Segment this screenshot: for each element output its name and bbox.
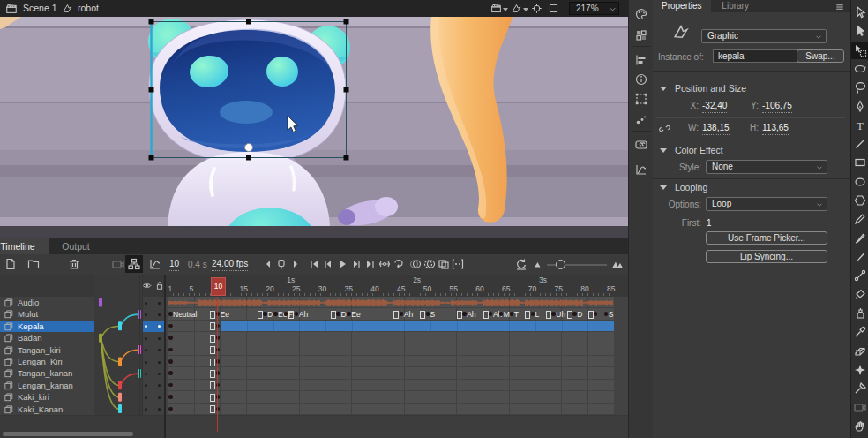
tab-timeline[interactable]: Timeline <box>0 238 49 254</box>
step-forward-button[interactable] <box>349 257 363 271</box>
camera-tool[interactable] <box>853 400 867 414</box>
visibility-dot-Audio[interactable] <box>145 302 147 305</box>
pencil-tool[interactable] <box>853 212 867 226</box>
brushes-panel-icon[interactable] <box>634 113 648 127</box>
keyframe-D[interactable] <box>336 312 340 316</box>
tab-library[interactable]: Library <box>713 0 758 12</box>
selection-tool[interactable] <box>853 5 867 19</box>
blank-keyframe-marker[interactable] <box>483 311 489 319</box>
style-dropdown[interactable]: None <box>706 160 827 174</box>
stage-canvas[interactable] <box>0 17 628 238</box>
step-back-frame-button[interactable] <box>261 257 275 271</box>
zoom-in-timeline-button[interactable] <box>610 257 625 271</box>
modify-markers-button[interactable] <box>451 257 465 271</box>
frames-row-Lengan_kanan[interactable] <box>166 380 628 392</box>
paint-brush-tool[interactable] <box>853 231 867 245</box>
keyframe-Ee[interactable] <box>347 312 351 316</box>
frame-rate-value[interactable]: 24.00 fps <box>212 258 248 271</box>
blank-keyframe-marker[interactable] <box>210 370 215 378</box>
go-to-first-frame-button[interactable] <box>307 257 321 271</box>
subselection-tool[interactable] <box>853 24 867 38</box>
playhead-marker[interactable]: 10 <box>211 277 226 296</box>
lasso-tool[interactable] <box>853 80 867 94</box>
blank-keyframe-marker[interactable] <box>210 346 215 354</box>
keyframe-dot[interactable] <box>168 336 173 340</box>
edit-symbols-icon[interactable] <box>511 3 522 14</box>
clip-outside-stage-icon[interactable] <box>548 3 559 14</box>
keyframe-Uh[interactable] <box>551 312 556 316</box>
frame-ruler[interactable]: 151520253035404550556065707580851s2s3s <box>166 275 628 298</box>
polystar-tool[interactable] <box>853 193 867 208</box>
keyframe-dot[interactable] <box>168 407 173 412</box>
keyframe-dot[interactable] <box>168 359 173 364</box>
eraser-tool[interactable] <box>853 344 867 358</box>
edit-symbols-caret[interactable] <box>523 8 528 11</box>
keyframe-S[interactable] <box>426 312 430 316</box>
blank-keyframe-marker[interactable] <box>210 381 215 389</box>
delete-layer-button[interactable] <box>67 257 81 271</box>
ink-bottle-tool[interactable] <box>853 306 867 321</box>
blank-keyframe-marker[interactable] <box>420 311 425 319</box>
lock-dot-Mulut[interactable] <box>158 313 161 316</box>
x-value[interactable]: -32,40 <box>702 99 727 113</box>
paint-bucket-tool[interactable] <box>853 288 867 302</box>
motion-editor-panel-icon[interactable] <box>634 162 648 177</box>
y-value[interactable]: -106,75 <box>762 99 792 113</box>
frames-row-Kaki_Kanan[interactable] <box>166 404 628 416</box>
loop-playback-button[interactable] <box>392 257 406 271</box>
instance-name-field[interactable]: kepala <box>713 49 801 63</box>
frames-row-Kepala[interactable] <box>166 321 628 333</box>
breadcrumb-scene[interactable]: Scene 1 <box>23 0 57 17</box>
blank-keyframe-marker[interactable] <box>210 359 215 366</box>
panel-menu-icon[interactable] <box>834 2 845 12</box>
frames-row-Badan[interactable] <box>166 332 628 344</box>
blank-keyframe-marker[interactable] <box>331 311 336 319</box>
timeline-zoom-slider-knob[interactable] <box>556 260 565 269</box>
keyframe-dot[interactable] <box>168 348 173 352</box>
keyframe-dot[interactable] <box>168 371 173 375</box>
blank-keyframe-marker[interactable] <box>588 311 594 319</box>
center-frame-button[interactable] <box>378 257 392 271</box>
blank-keyframe-marker[interactable] <box>210 394 215 402</box>
pin-tool[interactable] <box>853 381 867 396</box>
keyframe-dot[interactable] <box>168 383 173 388</box>
lock-dot-Kaki_kiri[interactable] <box>158 396 161 399</box>
align-panel-icon[interactable] <box>634 53 648 67</box>
first-frame-value[interactable]: 1 <box>707 216 712 230</box>
lip-syncing-button[interactable]: Lip Syncing... <box>706 250 827 263</box>
lock-dot-Tangan_kanan[interactable] <box>158 373 161 375</box>
blank-keyframe-marker[interactable] <box>567 311 572 319</box>
new-folder-button[interactable] <box>26 257 41 271</box>
cc-libraries-panel-icon[interactable] <box>634 138 648 152</box>
playhead-marker-button[interactable] <box>274 257 288 271</box>
stage-zoom-select[interactable]: 217% <box>569 2 619 15</box>
lock-dot-Lengan_Kiri[interactable] <box>158 361 161 364</box>
transform-panel-icon[interactable] <box>634 92 648 106</box>
tab-properties[interactable]: Properties <box>653 0 711 12</box>
blank-keyframe-marker[interactable] <box>258 311 263 319</box>
lock-dot-Audio[interactable] <box>158 302 161 305</box>
blank-keyframe-marker[interactable] <box>210 405 215 413</box>
lock-wh-link-icon[interactable] <box>658 122 671 135</box>
new-layer-button[interactable] <box>4 257 18 271</box>
hand-tool[interactable] <box>853 419 867 434</box>
go-to-last-frame-button[interactable] <box>363 257 378 271</box>
onion-skin-outlines-button[interactable] <box>423 257 437 271</box>
frames-row-Audio[interactable] <box>166 297 628 309</box>
blank-keyframe-marker[interactable] <box>210 322 215 330</box>
add-camera-button[interactable] <box>111 257 125 271</box>
info-panel-icon[interactable] <box>634 72 648 87</box>
looping-options-dropdown[interactable]: Loop <box>706 197 827 211</box>
swap-button[interactable]: Swap... <box>797 49 844 63</box>
keyframe-dot[interactable] <box>168 324 173 328</box>
keyframe-T[interactable] <box>510 312 514 316</box>
free-transform-tool[interactable] <box>853 43 867 57</box>
onion-skin-button[interactable] <box>408 257 423 271</box>
blank-keyframe-marker[interactable] <box>525 311 530 319</box>
keyframe-L[interactable] <box>531 312 535 316</box>
playhead-line[interactable] <box>217 297 218 432</box>
text-tool[interactable]: T <box>853 118 867 132</box>
current-frame-value[interactable]: 10 <box>169 258 179 271</box>
pen-tool[interactable] <box>853 100 867 114</box>
play-button[interactable] <box>335 257 349 271</box>
